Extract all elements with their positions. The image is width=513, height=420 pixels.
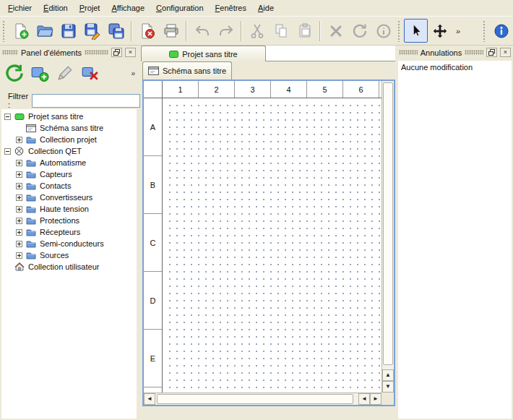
save-button[interactable] [56,19,80,43]
expander-collapsed-icon[interactable] [16,171,22,178]
tree-item-project-collection[interactable]: Collection projet [1,134,137,145]
new-element-icon [30,64,49,82]
menu-fenetres[interactable]: Fenêtres [210,1,252,15]
float-icon [113,49,120,56]
toolbar-grip[interactable] [397,20,401,42]
undo-button[interactable] [190,19,214,43]
menu-fichier[interactable]: Fichier [2,1,38,15]
tree-item-category[interactable]: Protections [1,215,137,226]
expander-collapsed-icon[interactable] [16,137,22,143]
tab-diagram[interactable]: Schéma sans titre [142,61,232,80]
tree-item-category[interactable]: Haute tension [1,203,137,215]
tab-project[interactable]: Projet sans titre [141,46,266,61]
tree-item-qet-collection[interactable]: Collection QET [1,145,137,157]
dock-grip[interactable] [465,50,483,55]
dock-grip[interactable] [399,50,418,55]
scroll-down-button[interactable]: ▼ [382,381,394,393]
save-as-button[interactable] [80,19,104,43]
dock-grip[interactable] [85,50,108,55]
new-file-button[interactable] [9,19,33,43]
row-label: B [144,156,162,214]
tree-item-label: Collection utilisateur [28,262,99,271]
vertical-scrollbar-thumb[interactable] [383,82,393,365]
tab-diagram-label: Schéma sans titre [163,67,226,75]
dock-grip[interactable] [2,50,18,55]
elements-tree: Projet sans titre Schéma sans titre Coll… [1,109,137,419]
expander-collapsed-icon[interactable] [16,229,22,236]
info-gray-icon [375,22,392,40]
expander-collapsed-icon[interactable] [16,183,22,189]
expander-expanded-icon[interactable] [4,148,11,155]
undo-icon [194,22,211,40]
tree-item-category[interactable]: Automatisme [1,157,137,168]
toolbar-grip[interactable] [483,20,486,42]
toolbar-grip[interactable] [2,20,6,42]
tree-item-project[interactable]: Projet sans titre [1,111,137,122]
scroll-left-button[interactable]: ◄ [144,393,155,405]
menu-edition[interactable]: Édition [38,1,74,15]
scroll-up-button[interactable]: ▲ [382,369,394,381]
tree-item-diagram[interactable]: Schéma sans titre [1,122,137,134]
close-file-button[interactable] [135,19,159,43]
delete-element-button[interactable] [79,62,101,85]
vertical-scrollbar[interactable]: ▲ ▼ [381,81,394,393]
delete-icon [327,22,345,40]
tree-item-label: Capteurs [40,170,72,179]
reload-collections-button[interactable] [3,62,25,85]
tree-item-category[interactable]: Sources [1,249,137,261]
open-folder-icon [36,22,53,40]
copy-button[interactable] [269,19,293,43]
expander-collapsed-icon[interactable] [16,252,22,259]
move-tool-button[interactable] [428,19,452,43]
menu-configuration[interactable]: Configuration [150,1,209,15]
new-element-button[interactable] [28,62,51,85]
expander-collapsed-icon[interactable] [16,241,22,247]
panel-toolbar-overflow-button[interactable]: » [131,69,135,77]
expander-collapsed-icon[interactable] [16,194,22,201]
tree-item-category[interactable]: Capteurs [1,168,137,180]
tree-item-category[interactable]: Convertisseurs [1,192,137,203]
redo-icon [217,22,235,40]
diagram-canvas[interactable] [163,99,381,393]
scroll-right-button[interactable]: ► [370,393,381,405]
expander-expanded-icon[interactable] [4,113,11,120]
edit-element-button[interactable] [53,62,76,85]
tree-item-label: Semi-conducteurs [40,239,104,248]
open-project-button[interactable] [33,19,56,43]
rotate-button[interactable] [348,19,371,43]
float-dock-button[interactable] [111,48,122,57]
paste-button[interactable] [293,19,316,43]
print-button[interactable] [159,19,183,43]
tree-item-category[interactable]: Semi-conducteurs [1,238,137,249]
tree-item-category[interactable]: Contacts [1,180,137,192]
filter-input[interactable] [32,94,140,108]
undo-list[interactable]: Aucune modification [398,61,512,419]
save-all-button[interactable] [104,19,128,43]
float-icon [488,49,495,56]
toolbar-overflow-button[interactable]: » [452,21,465,41]
select-tool-button[interactable] [404,19,428,43]
elements-panel-toolbar: » [3,60,135,86]
row-label: D [144,272,162,330]
horizontal-scrollbar-thumb[interactable] [157,394,353,404]
expander-collapsed-icon[interactable] [16,160,22,166]
scroll-left-button-2[interactable]: ◄ [358,393,370,405]
close-dock-button[interactable]: × [125,48,136,57]
horizontal-scrollbar[interactable]: ◄ ◄ ► [144,393,381,405]
expander-collapsed-icon[interactable] [16,206,22,213]
column-label: 6 [343,81,379,98]
menu-aide[interactable]: Aide [252,1,280,15]
expander-collapsed-icon[interactable] [16,218,22,224]
cut-button[interactable] [245,19,269,43]
tree-item-category[interactable]: Récepteurs [1,226,137,238]
menu-affichage[interactable]: Affichage [105,1,150,15]
tree-item-user-collection[interactable]: Collection utilisateur [1,261,137,273]
close-dock-button[interactable]: × [500,48,511,57]
save-as-icon [84,22,101,40]
delete-button[interactable] [324,19,348,43]
element-info-button[interactable] [371,19,395,43]
redo-button[interactable] [214,19,238,43]
float-dock-button[interactable] [486,48,497,57]
menu-projet[interactable]: Projet [74,1,106,15]
about-qet-button[interactable] [489,19,513,43]
